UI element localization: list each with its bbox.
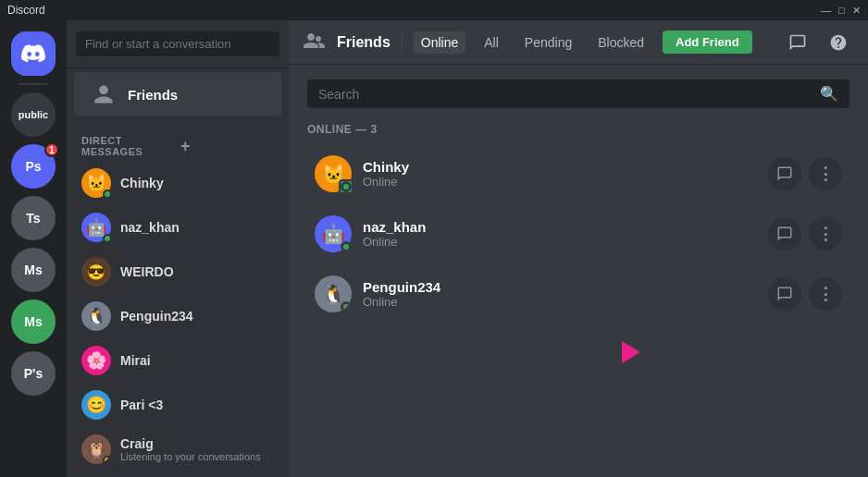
server-label: Ts [26,211,40,226]
friend-name-chinky: Chinky [363,159,768,175]
avatar-chinky: 🐱 [81,168,111,198]
friend-name-penguin234: Penguin234 [363,279,768,295]
friends-icon [89,80,118,109]
dm-info-craig: Craig Listening to your conversations [120,436,274,462]
dm-item-chillzone[interactable]: 🤖 ChillZone Bot [74,471,281,477]
status-indicator-chinky [103,190,112,199]
dm-info-pari: Pari <3 [120,398,274,412]
online-header: ONLINE — 3 [307,123,849,136]
dm-item-naz-khan[interactable]: 🤖 naz_khan [74,205,281,250]
app-title: Discord [7,4,45,17]
friend-status-penguin234: Online [363,295,768,309]
avatar-penguin234: 🐧 [81,301,111,331]
friend-info-penguin234: Penguin234 Online [363,279,768,309]
friends-nav-button[interactable]: Friends [74,72,281,116]
friends-label: Friends [128,87,178,103]
dm-item-mirai[interactable]: 🌸 Mirai [74,338,281,383]
server-ps[interactable]: Ps 1 [11,144,56,189]
server-ts[interactable]: Ts [11,196,56,240]
friends-title: Friends [337,34,391,51]
server-ps2[interactable]: P's [11,351,56,396]
minimize-button[interactable]: — [821,5,831,17]
dm-item-weirdo[interactable]: 😎 WEIRDO [74,250,281,294]
search-icon: 🔍 [820,85,838,103]
server-label: Ps [25,159,41,174]
dm-item-chinky[interactable]: 🐱 Chinky [74,161,281,205]
dm-search-area [67,20,289,68]
message-chinky-button[interactable] [768,157,801,190]
more-naz-khan-button[interactable]: ⋮ [809,217,842,251]
dm-list: 🐱 Chinky 🤖 naz_khan [67,161,289,477]
status-indicator-craig [103,456,111,464]
friend-status-chinky: Online [363,175,768,189]
friend-info-naz-khan: naz_khan Online [363,219,768,249]
add-dm-button[interactable]: + [180,138,279,154]
find-conversation-input[interactable] [76,31,279,56]
server-ms2[interactable]: Ms [11,300,56,344]
header-divider [402,31,403,54]
content-area: Friends Online All Pending Blocked Add F… [289,20,868,477]
dm-item-penguin234[interactable]: 🐧 Penguin234 [74,294,281,338]
tab-pending[interactable]: Pending [517,31,579,54]
main-layout: public Ps 1 Ts Ms Ms P's [0,20,868,477]
friend-row-penguin234[interactable]: 🐧 Penguin234 Online ⋮ [307,263,849,324]
more-penguin234-button[interactable]: ⋮ [809,277,842,311]
tab-online[interactable]: Online [414,31,465,54]
add-friend-button[interactable]: Add Friend [663,31,752,54]
status-dot-naz-khan [341,241,352,252]
friend-actions-chinky: ⋮ [768,157,842,190]
status-indicator-naz-khan [103,234,112,243]
avatar-chinky-main: 🐱 🎮 [315,155,352,192]
arrow-indicator [622,341,640,363]
dm-info-penguin234: Penguin234 [120,309,274,324]
server-public[interactable]: public [11,92,56,137]
dm-info-naz-khan: naz_khan [120,220,274,235]
tab-all[interactable]: All [477,31,506,54]
dm-name-chinky: Chinky [120,176,274,190]
server-label: public [19,109,48,120]
friend-actions-naz-khan: ⋮ [768,217,842,251]
titlebar: Discord — □ ✕ [0,0,868,20]
avatar-weirdo: 😎 [81,257,111,287]
help-button[interactable] [824,28,853,57]
friends-header: Friends Online All Pending Blocked Add F… [289,20,868,65]
server-divider [19,83,48,85]
message-penguin234-button[interactable] [768,277,801,311]
dm-status-craig: Listening to your conversations [120,451,274,462]
friend-actions-penguin234: ⋮ [768,277,842,311]
more-chinky-button[interactable]: ⋮ [809,157,842,190]
dm-name-penguin234: Penguin234 [120,309,274,324]
home-button[interactable] [11,31,56,76]
dm-info-mirai: Mirai [120,353,274,368]
dm-item-craig[interactable]: 🦉 Craig Listening to your conversations [74,427,281,471]
server-sidebar: public Ps 1 Ts Ms Ms P's [0,20,67,477]
dm-item-pari[interactable]: 😊 Pari <3 [74,383,281,427]
window-controls: — □ ✕ [821,5,861,17]
friend-status-naz-khan: Online [363,235,768,249]
message-naz-khan-button[interactable] [768,217,801,251]
dm-name-weirdo: WEIRDO [120,264,274,279]
friend-info-chinky: Chinky Online [363,159,768,189]
status-dot-penguin234 [341,301,352,312]
notification-badge: 1 [44,142,59,157]
dm-sidebar: Friends DIRECT MESSAGES + 🐱 Chinky [67,20,289,477]
maximize-button[interactable]: □ [838,5,845,17]
avatar-pari: 😊 [81,390,111,420]
friend-row-chinky[interactable]: 🐱 🎮 Chinky Online ⋮ [307,143,849,203]
tab-blocked[interactable]: Blocked [590,31,651,54]
direct-messages-label: DIRECT MESSAGES [81,135,180,157]
friends-header-icon [304,31,326,53]
search-friends-input[interactable] [318,87,820,102]
avatar-penguin234-main: 🐧 [315,275,352,312]
avatar-naz-khan-main: 🤖 [315,215,352,252]
inbox-button[interactable] [783,28,812,57]
server-ms1[interactable]: Ms [11,248,56,292]
server-label: Ms [24,314,42,329]
friend-name-naz-khan: naz_khan [363,219,768,235]
search-friends-container: 🔍 [307,80,849,108]
close-button[interactable]: ✕ [852,5,861,17]
avatar-naz-khan: 🤖 [81,213,111,242]
avatar-craig: 🦉 [81,434,111,464]
friend-row-naz-khan[interactable]: 🤖 naz_khan Online ⋮ [307,203,849,263]
status-dot-chinky [341,181,352,192]
